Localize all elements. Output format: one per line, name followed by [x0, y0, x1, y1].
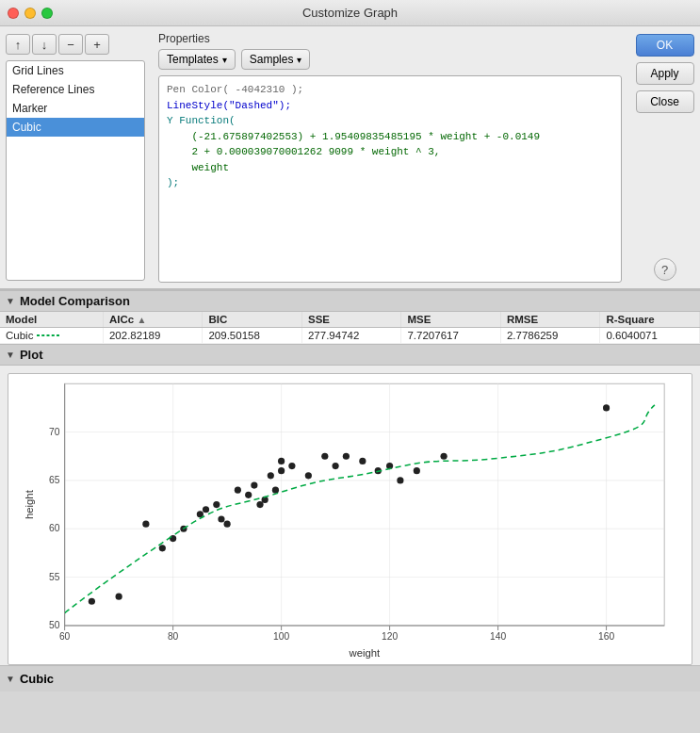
svg-point-45: [272, 487, 279, 494]
svg-point-44: [268, 472, 274, 479]
bottom-label: Cubic: [20, 672, 54, 686]
model-comparison-triangle: ▼: [6, 296, 15, 306]
cell-sse: 277.94742: [301, 328, 401, 344]
list-item-grid-lines[interactable]: Grid Lines: [7, 61, 144, 80]
svg-point-28: [89, 598, 95, 605]
svg-point-49: [305, 472, 312, 479]
svg-point-56: [397, 477, 403, 483]
svg-point-50: [321, 453, 328, 460]
svg-point-51: [333, 463, 339, 469]
svg-point-53: [359, 458, 366, 464]
col-rsquare[interactable]: R-Square: [600, 312, 700, 328]
svg-text:140: 140: [490, 631, 506, 642]
minimize-traffic-light[interactable]: [24, 8, 36, 19]
properties-toolbar: Templates Samples: [158, 49, 622, 70]
svg-point-36: [213, 501, 220, 508]
col-bic[interactable]: BIC: [203, 312, 302, 328]
col-model[interactable]: Model: [0, 312, 103, 328]
svg-point-31: [159, 545, 166, 551]
svg-point-46: [278, 467, 285, 474]
svg-point-38: [224, 521, 231, 528]
item-list[interactable]: Grid Lines Reference Lines Marker Cubic: [6, 60, 145, 281]
model-comparison-table: Model AICc ▲ BIC SSE MSE RMSE R-Square C…: [0, 312, 700, 344]
col-mse[interactable]: MSE: [401, 312, 501, 328]
cell-rsquare: 0.6040071: [600, 328, 700, 344]
model-comparison-header[interactable]: ▼ Model Comparison: [0, 290, 700, 312]
ok-button[interactable]: OK: [636, 34, 694, 57]
svg-point-47: [278, 458, 285, 464]
svg-point-40: [245, 492, 252, 498]
cell-model: Cubic: [0, 328, 103, 344]
content-area: ▼ Model Comparison Model AICc ▲ BIC SSE …: [0, 290, 700, 665]
window-title: Customize Graph: [302, 6, 398, 20]
svg-text:weight: weight: [349, 647, 381, 659]
svg-text:50: 50: [49, 620, 60, 630]
samples-button[interactable]: Samples: [241, 49, 311, 70]
svg-text:80: 80: [168, 631, 179, 642]
svg-text:120: 120: [382, 631, 398, 642]
svg-point-52: [343, 453, 350, 460]
svg-point-48: [288, 463, 295, 469]
code-editor[interactable]: Pen Color( -4042310 );LineStyle("Dashed"…: [158, 75, 622, 283]
list-item-cubic[interactable]: Cubic: [7, 118, 144, 137]
maximize-traffic-light[interactable]: [41, 8, 53, 19]
svg-point-39: [235, 487, 241, 494]
plot-triangle: ▼: [6, 350, 15, 360]
model-name: Cubic: [6, 330, 33, 341]
svg-point-59: [603, 404, 610, 411]
move-down-button[interactable]: ↓: [32, 34, 57, 55]
col-rmse[interactable]: RMSE: [500, 312, 600, 328]
plot-header[interactable]: ▼ Plot: [0, 344, 700, 366]
move-up-button[interactable]: ↑: [6, 34, 30, 55]
close-traffic-light[interactable]: [8, 8, 19, 19]
svg-text:65: 65: [49, 475, 60, 485]
properties-panel: Properties Templates Samples Pen Color( …: [151, 26, 629, 288]
svg-point-30: [142, 521, 149, 528]
svg-text:70: 70: [49, 427, 60, 437]
cell-mse: 7.7207617: [401, 328, 501, 344]
dialog-area: ↑ ↓ − + Grid Lines Reference Lines Marke…: [0, 26, 700, 290]
add-button[interactable]: +: [85, 34, 109, 55]
svg-point-29: [116, 594, 122, 600]
svg-text:55: 55: [49, 572, 60, 582]
svg-text:100: 100: [273, 631, 289, 642]
remove-button[interactable]: −: [58, 34, 83, 55]
svg-text:60: 60: [59, 631, 71, 642]
svg-point-41: [251, 481, 257, 488]
right-panel: OK Apply Close ?: [629, 26, 700, 288]
svg-point-42: [256, 501, 263, 508]
help-button[interactable]: ?: [654, 258, 676, 281]
table-row: Cubic 202.82189 209.50158 277.94742 7.72…: [0, 328, 700, 344]
model-comparison-title: Model Comparison: [20, 294, 130, 308]
traffic-lights: [8, 8, 53, 19]
properties-label: Properties: [158, 32, 622, 45]
svg-rect-1: [65, 383, 665, 626]
plot-container[interactable]: 60 80 100 120 140 160 weight 50 55 60 65…: [8, 373, 692, 665]
plot-section: 60 80 100 120 140 160 weight 50 55 60 65…: [0, 366, 700, 665]
cell-rmse: 2.7786259: [500, 328, 600, 344]
templates-button[interactable]: Templates: [158, 49, 236, 70]
col-aicc[interactable]: AICc ▲: [103, 312, 203, 328]
svg-point-58: [440, 453, 447, 460]
list-toolbar: ↑ ↓ − +: [6, 34, 145, 55]
plot-svg: 60 80 100 120 140 160 weight 50 55 60 65…: [8, 374, 692, 664]
svg-point-57: [414, 467, 420, 474]
svg-point-37: [218, 515, 224, 522]
model-line-indicator: [37, 334, 59, 336]
col-sse[interactable]: SSE: [301, 312, 401, 328]
apply-button[interactable]: Apply: [636, 62, 694, 85]
list-item-reference-lines[interactable]: Reference Lines: [7, 80, 144, 99]
svg-point-32: [170, 535, 176, 542]
plot-title: Plot: [20, 348, 43, 362]
left-panel: ↑ ↓ − + Grid Lines Reference Lines Marke…: [0, 26, 151, 288]
svg-text:160: 160: [598, 631, 614, 642]
svg-text:60: 60: [49, 523, 60, 533]
close-button[interactable]: Close: [636, 90, 694, 113]
cell-aicc: 202.82189: [103, 328, 203, 344]
svg-point-35: [203, 506, 209, 513]
cell-bic: 209.50158: [203, 328, 302, 344]
bottom-triangle: ▼: [6, 674, 15, 684]
svg-text:height: height: [24, 489, 35, 519]
bottom-bar[interactable]: ▼ Cubic: [0, 665, 700, 692]
list-item-marker[interactable]: Marker: [7, 99, 144, 118]
